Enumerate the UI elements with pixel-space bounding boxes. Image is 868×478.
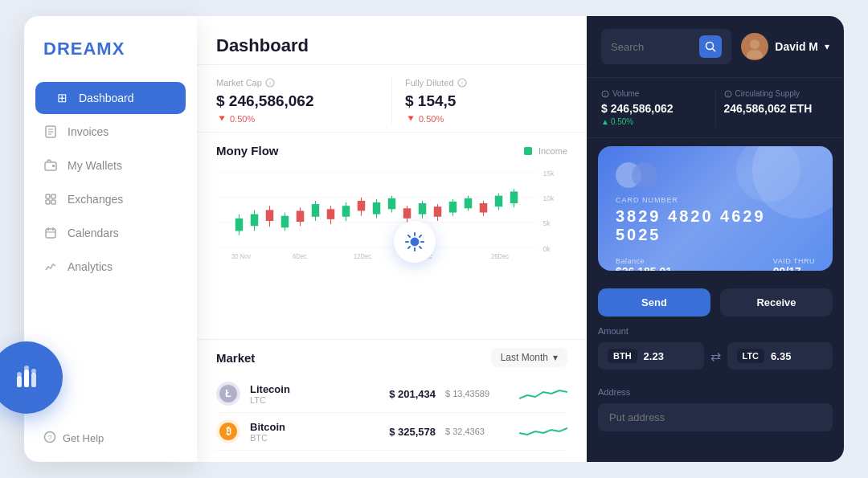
svg-point-84	[747, 50, 763, 59]
market-section: Market Last Month ▾ Ł Litecoin LTC $ 201…	[197, 339, 587, 462]
svg-point-21	[31, 369, 36, 374]
table-row: ₿ Bitcoin BTC $ 325,578 $ 32,4363	[216, 413, 567, 451]
sidebar-item-dashboard[interactable]: ⊞ Dashboard	[35, 82, 186, 114]
svg-rect-35	[266, 210, 274, 221]
search-input[interactable]	[611, 41, 693, 53]
invoices-icon	[43, 125, 58, 139]
candlestick-chart: 15k 10k 5k 0k 30 Nov 6Dec 12Dec 18Dec 26…	[216, 164, 567, 260]
svg-point-83	[750, 39, 760, 49]
dark-stats-row: i Volume $ 246,586,062 ▲0.50% i Circulat…	[587, 78, 844, 138]
svg-rect-8	[46, 200, 50, 204]
svg-rect-67	[510, 191, 518, 203]
avatar	[741, 33, 768, 60]
card-chip	[616, 162, 815, 188]
svg-text:5k: 5k	[543, 219, 551, 227]
receive-button[interactable]: Receive	[720, 288, 833, 317]
sparkline	[519, 422, 567, 441]
dropdown-icon[interactable]: ▾	[825, 41, 829, 52]
get-help-button[interactable]: ? Get Help	[24, 421, 197, 446]
exchanges-icon	[43, 192, 58, 206]
svg-rect-51	[388, 198, 396, 210]
analytics-icon	[43, 259, 58, 274]
credit-card: CARD NUMBER 3829 4820 4629 5025 Balance …	[598, 146, 833, 271]
svg-rect-17	[24, 370, 29, 387]
btc-badge: BTH	[608, 349, 637, 363]
address-section: Address	[587, 387, 844, 441]
table-row: Ł Litecoin LTC $ 201,434 $ 13,43589	[216, 375, 567, 413]
market-cap-value: $ 246,586,062	[216, 92, 379, 110]
ltc-input[interactable]: LTC 6.35	[727, 342, 833, 370]
market-cap-label: Market Cap i	[216, 78, 379, 88]
svg-rect-55	[419, 203, 427, 214]
svg-rect-6	[46, 194, 50, 198]
help-icon: ?	[43, 431, 56, 446]
svg-rect-53	[403, 208, 411, 219]
svg-rect-9	[51, 200, 55, 204]
svg-text:i: i	[727, 92, 728, 96]
fully-diluted-stat: Fully Diluted i $ 154,5 🔻0.50%	[405, 78, 567, 124]
coin-change: $ 32,4363	[445, 427, 510, 436]
btc-input[interactable]: BTH 2.23	[598, 342, 704, 370]
svg-rect-31	[235, 219, 244, 231]
coin-price: $ 325,578	[389, 426, 436, 438]
svg-text:10k: 10k	[543, 194, 555, 202]
right-header: David M ▾	[587, 16, 844, 78]
market-cap-stat: Market Cap i $ 246,586,062 🔻0.50%	[216, 78, 379, 124]
market-filter-dropdown[interactable]: Last Month ▾	[491, 348, 567, 367]
card-balance: Balance $26,185.01	[616, 257, 672, 271]
search-box[interactable]	[601, 29, 731, 64]
sidebar-item-calendars[interactable]: Calendars	[24, 217, 197, 249]
sidebar-item-exchanges[interactable]: Exchanges	[24, 183, 197, 215]
svg-text:12Dec: 12Dec	[354, 253, 371, 260]
svg-rect-57	[434, 206, 442, 217]
svg-text:30 Nov: 30 Nov	[231, 253, 251, 260]
sidebar-item-invoices[interactable]: Invoices	[24, 116, 197, 148]
fully-diluted-value: $ 154,5	[405, 92, 567, 110]
svg-rect-7	[51, 194, 55, 198]
address-label: Address	[598, 387, 833, 397]
ltc-value: 6.35	[771, 350, 791, 362]
sidebar-item-analytics[interactable]: Analytics	[24, 251, 197, 283]
chevron-down-icon: ▾	[553, 352, 558, 363]
litecoin-icon: Ł	[216, 382, 240, 406]
svg-text:i: i	[461, 80, 463, 86]
dark-volume-stat: i Volume $ 246,586,062 ▲0.50%	[601, 89, 707, 126]
svg-text:0k: 0k	[543, 244, 551, 252]
svg-text:6Dec: 6Dec	[293, 253, 307, 260]
fully-diluted-change: 🔻0.50%	[405, 113, 567, 124]
svg-rect-65	[495, 196, 503, 207]
amount-inputs: BTH 2.23 ⇄ LTC 6.35	[598, 342, 833, 370]
theme-toggle-button[interactable]	[394, 221, 436, 263]
address-input[interactable]	[598, 403, 833, 431]
svg-rect-5	[52, 165, 55, 167]
coin-name: Bitcoin BTC	[250, 421, 379, 443]
calendars-icon	[43, 226, 58, 240]
svg-text:Ł: Ł	[225, 388, 231, 399]
svg-rect-63	[480, 203, 488, 212]
svg-rect-37	[281, 216, 289, 228]
sidebar-item-wallets[interactable]: My Wallets	[24, 149, 197, 182]
ltc-badge: LTC	[737, 349, 765, 363]
chart-title: Mony Flow	[216, 144, 279, 157]
svg-line-95	[420, 247, 421, 248]
dark-circulating-stat: i Circulating Supply 246,586,062 ETH	[724, 89, 830, 126]
user-profile[interactable]: David M ▾	[741, 33, 829, 60]
svg-rect-18	[31, 373, 36, 387]
svg-line-96	[408, 247, 410, 248]
send-button[interactable]: Send	[598, 288, 710, 317]
fully-diluted-label: Fully Diluted i	[405, 78, 567, 88]
svg-rect-45	[342, 206, 350, 217]
search-button[interactable]	[699, 35, 722, 58]
svg-rect-47	[358, 201, 366, 211]
svg-rect-16	[17, 376, 22, 387]
svg-text:15k: 15k	[543, 169, 555, 177]
svg-text:₿: ₿	[226, 426, 231, 437]
wallets-icon	[43, 158, 58, 173]
swap-icon[interactable]: ⇄	[710, 349, 721, 364]
svg-rect-41	[312, 204, 320, 217]
svg-point-81	[706, 43, 714, 50]
svg-rect-61	[465, 198, 473, 209]
market-title: Market	[216, 351, 255, 365]
svg-rect-33	[251, 214, 259, 227]
svg-line-82	[713, 49, 716, 52]
